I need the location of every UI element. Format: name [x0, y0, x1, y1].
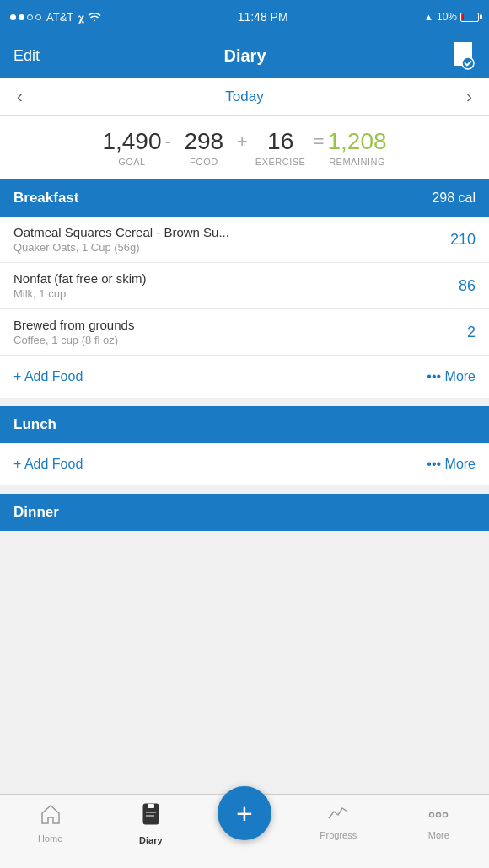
food-info-3: Brewed from grounds Coffee, 1 cup (8 fl … [13, 318, 442, 346]
status-bar: AT&T 𝛘︎ 11:48 PM ▲ 10% [0, 0, 489, 34]
breakfast-header: Breakfast 298 cal [0, 179, 489, 217]
plus-operator: + [234, 131, 251, 153]
carrier-label: AT&T [46, 11, 73, 24]
remaining-value: 1,208 [328, 128, 387, 155]
breakfast-calories: 298 cal [432, 190, 476, 206]
progress-icon [327, 803, 349, 827]
tab-bar: Home Diary + Progress [0, 794, 489, 868]
location-icon: ▲ [424, 12, 433, 22]
exercise-value: 16 [267, 128, 293, 155]
food-name-2: Nonfat (fat free or skim) [13, 271, 442, 286]
food-name-1: Oatmeal Squares Cereal - Brown Su... [13, 225, 442, 239]
status-right: ▲ 10% [424, 11, 479, 23]
home-icon [40, 803, 62, 830]
exercise-item: 16 EXERCISE [251, 128, 310, 167]
food-name-3: Brewed from grounds [13, 318, 442, 332]
home-tab-label: Home [38, 833, 62, 844]
add-entry-button[interactable]: + [218, 786, 271, 840]
breakfast-add-food-button[interactable]: + Add Food [13, 369, 83, 384]
next-date-button[interactable]: › [466, 87, 472, 106]
food-detail-1: Quaker Oats, 1 Cup (56g) [13, 241, 442, 254]
status-left: AT&T 𝛘︎ [10, 10, 101, 24]
svg-rect-3 [148, 804, 154, 808]
lunch-title: Lunch [13, 416, 56, 433]
current-date-label[interactable]: Today [225, 88, 263, 105]
food-item: 298 FOOD [175, 128, 234, 167]
diary-tab-label: Diary [139, 835, 163, 845]
food-cal-2: 86 [442, 277, 476, 295]
section-divider-1 [0, 398, 489, 406]
dinner-header: Dinner [0, 494, 489, 531]
tab-diary[interactable]: Diary [117, 803, 185, 845]
diary-icon [142, 803, 160, 832]
svg-point-1 [462, 57, 474, 69]
food-item-3[interactable]: Brewed from grounds Coffee, 1 cup (8 fl … [0, 309, 489, 356]
food-item-1[interactable]: Oatmeal Squares Cereal - Brown Su... Qua… [0, 217, 489, 263]
progress-tab-label: Progress [320, 830, 357, 840]
food-label: FOOD [190, 157, 218, 167]
svg-point-7 [437, 813, 441, 817]
wifi-icon: 𝛘︎ [78, 10, 101, 24]
breakfast-title: Breakfast [13, 190, 79, 206]
food-info-1: Oatmeal Squares Cereal - Brown Su... Qua… [13, 225, 442, 254]
signal-dot-3 [27, 14, 33, 20]
prev-date-button[interactable]: ‹ [17, 87, 23, 106]
battery-percent: 10% [437, 11, 457, 23]
food-cal-3: 2 [442, 324, 476, 341]
food-info-2: Nonfat (fat free or skim) Milk, 1 cup [13, 271, 442, 300]
signal-dot-1 [10, 14, 16, 20]
minus-operator: - [161, 131, 174, 153]
status-time: 11:48 PM [238, 10, 288, 24]
section-divider-2 [0, 485, 489, 494]
edit-button[interactable]: Edit [13, 47, 40, 65]
signal-dots [10, 14, 41, 20]
plus-icon: + [236, 799, 253, 828]
bookmark-save-icon[interactable] [450, 41, 476, 70]
tab-progress[interactable]: Progress [304, 803, 372, 840]
goal-label: GOAL [118, 157, 146, 167]
lunch-more-button[interactable]: ••• More [427, 457, 476, 472]
lunch-add-food-button[interactable]: + Add Food [13, 457, 83, 472]
tab-home[interactable]: Home [17, 803, 84, 844]
dinner-title: Dinner [13, 504, 59, 521]
signal-dot-2 [19, 14, 24, 20]
remaining-label: REMAINING [329, 157, 385, 167]
nav-title: Diary [224, 46, 266, 66]
svg-point-8 [443, 813, 448, 817]
lunch-add-food-row: + Add Food ••• More [0, 443, 489, 485]
svg-rect-5 [146, 815, 154, 817]
more-tab-label: More [428, 830, 449, 840]
food-detail-2: Milk, 1 cup [13, 287, 442, 300]
food-cal-1: 210 [442, 231, 476, 249]
battery-fill [462, 14, 464, 20]
exercise-label: EXERCISE [255, 157, 306, 167]
remaining-item: 1,208 REMAINING [328, 128, 387, 167]
breakfast-add-food-row: + Add Food ••• More [0, 356, 489, 398]
food-value: 298 [184, 128, 223, 155]
goal-value: 1,490 [102, 128, 161, 155]
goal-item: 1,490 GOAL [102, 128, 161, 167]
breakfast-more-button[interactable]: ••• More [427, 369, 476, 384]
tab-more[interactable]: More [405, 803, 472, 840]
more-icon [427, 803, 449, 827]
equals-operator: = [310, 131, 328, 153]
svg-rect-4 [146, 812, 156, 813]
svg-point-6 [430, 813, 434, 817]
nav-bar: Edit Diary [0, 34, 489, 78]
lunch-header: Lunch [0, 406, 489, 443]
date-nav: ‹ Today › [0, 78, 489, 116]
calorie-summary: 1,490 GOAL - 298 FOOD + 16 EXERCISE = 1,… [0, 116, 489, 179]
food-detail-3: Coffee, 1 cup (8 fl oz) [13, 334, 442, 346]
signal-dot-4 [35, 14, 41, 20]
food-item-2[interactable]: Nonfat (fat free or skim) Milk, 1 cup 86 [0, 263, 489, 309]
battery-icon [460, 13, 479, 22]
